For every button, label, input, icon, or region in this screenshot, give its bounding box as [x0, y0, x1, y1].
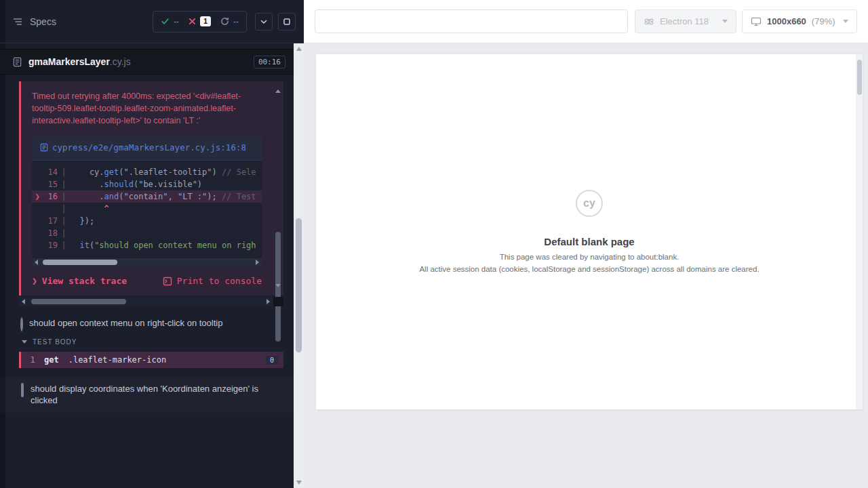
runner-header: Electron 118 1000x660 (79%): [304, 0, 868, 43]
test-stats: -- 1 --: [153, 11, 247, 33]
runner-panel: Electron 118 1000x660 (79%) cy Default b…: [304, 0, 868, 488]
spec-name: gmaMarkersLayer: [28, 56, 110, 67]
code-line-highlighted: ❯16| .and("contain", "LT :"); // Test: [32, 190, 262, 203]
test-item-running[interactable]: should open context menu on right-click …: [0, 313, 294, 335]
test-body-label: TEST BODY: [33, 338, 77, 346]
chevron-down-icon: [260, 18, 268, 26]
scroll-down-arrow-icon: [296, 481, 302, 485]
test-body-section-header[interactable]: TEST BODY: [0, 335, 294, 349]
code-line: 17| });: [32, 215, 262, 227]
scroll-left-arrow-icon: [22, 299, 25, 304]
reporter-sidebar: Specs -- 1: [0, 0, 304, 488]
scrollbar-thumb[interactable]: [31, 299, 126, 304]
url-input[interactable]: [315, 9, 628, 33]
restart-icon: [220, 17, 229, 26]
code-line: 14| cy.get(".leaflet-tooltip") // Sele: [32, 166, 262, 178]
console-icon: [163, 277, 172, 286]
electron-icon: [644, 16, 654, 27]
blank-page-line1: This page was cleared by navigating to a…: [500, 252, 679, 262]
command-args: .leaflet-marker-icon: [68, 355, 266, 365]
attempt-vertical-scrollbar[interactable]: [274, 88, 282, 289]
collapse-reporter-button[interactable]: [255, 13, 273, 30]
test-title: should display coordinates when 'Koordin…: [31, 383, 269, 406]
command-log-row[interactable]: 1 get .leaflet-marker-icon 0: [19, 352, 283, 368]
viewport-select[interactable]: 1000x660 (79%): [742, 9, 857, 33]
specs-title: Specs: [30, 16, 56, 27]
spec-header[interactable]: gmaMarkersLayer.cy.js 00:16: [0, 49, 294, 75]
reporter-vertical-scrollbar[interactable]: [294, 43, 304, 488]
view-stack-trace-link[interactable]: ❯ View stack trace: [32, 276, 127, 286]
spec-file-icon: [12, 57, 22, 67]
scroll-up-arrow-icon: [296, 47, 302, 51]
test-title: should open context menu on right-click …: [29, 317, 222, 329]
stop-run-button[interactable]: [278, 13, 296, 30]
scroll-right-arrow-icon: [267, 299, 270, 304]
aut-iframe: cy Default blank page This page was clea…: [316, 54, 863, 409]
chevron-down-icon: [722, 20, 728, 23]
code-line: 18|: [32, 227, 262, 239]
failed-attempt-block: Timed out retrying after 4000ms: expecte…: [19, 81, 283, 296]
cypress-runner-app: Specs -- 1: [0, 0, 868, 488]
error-message: Timed out retrying after 4000ms: expecte…: [32, 90, 271, 127]
scrollbar-thumb[interactable]: [43, 260, 117, 265]
test-running-icon: [20, 319, 23, 331]
browser-select[interactable]: Electron 118: [635, 9, 736, 33]
scrollbar-thumb[interactable]: [857, 60, 862, 95]
reporter-log: gmaMarkersLayer.cy.js 00:16 Timed out re…: [0, 43, 294, 488]
error-code-frame: cypress/e2e/gmaMarkersLayer.cy.js:16:8 1…: [32, 135, 262, 266]
spec-extension: .cy.js: [110, 56, 131, 67]
scrollbar-thumb[interactable]: [296, 218, 302, 352]
scroll-right-arrow-icon: [256, 260, 259, 265]
scroll-up-arrow-icon: [275, 89, 281, 93]
command-number: 1: [21, 355, 44, 365]
viewport-icon: [751, 17, 762, 26]
browser-label: Electron 118: [660, 16, 717, 26]
viewport-scale: (79%): [812, 16, 837, 26]
code-snippet: 14| cy.get(".leaflet-tooltip") // Sele 1…: [32, 161, 262, 258]
stat-failed[interactable]: 1: [189, 16, 211, 26]
code-line: 19| it("should open context menu on righ: [32, 239, 262, 251]
blank-page-line2: All active session data (cookies, localS…: [419, 264, 759, 274]
code-caret-line: | ^: [32, 203, 262, 215]
chevron-right-icon: ❯: [32, 276, 37, 286]
viewport-size: 1000x660: [767, 16, 806, 26]
code-horizontal-scrollbar[interactable]: [32, 258, 262, 266]
aut-vertical-scrollbar[interactable]: [856, 54, 863, 409]
spec-duration-badge: 00:16: [254, 56, 285, 68]
test-item-pending[interactable]: should display coordinates when 'Koordin…: [0, 378, 294, 413]
test-pending-icon: [20, 384, 24, 396]
x-icon: [189, 18, 196, 25]
aut-container: cy Default blank page This page was clea…: [304, 43, 868, 488]
passed-count: --: [174, 17, 179, 26]
scroll-left-arrow-icon: [35, 260, 38, 265]
scrollbar-corner: [273, 297, 283, 306]
chevron-down-icon: [843, 20, 848, 23]
stat-pending[interactable]: --: [220, 17, 239, 26]
cypress-logo: cy: [576, 190, 603, 217]
stop-icon: [282, 17, 292, 26]
blank-page-message: cy Default blank page This page was clea…: [316, 54, 863, 409]
check-icon: [161, 17, 170, 26]
reporter-header: Specs -- 1: [0, 0, 304, 43]
stat-passed[interactable]: --: [161, 17, 179, 26]
code-frame-file-link[interactable]: cypress/e2e/gmaMarkersLayer.cy.js:16:8: [40, 142, 246, 152]
pending-count: --: [233, 17, 239, 26]
attempt-horizontal-scrollbar[interactable]: [19, 297, 283, 306]
command-method: get: [44, 355, 59, 365]
command-count-badge: 0: [266, 356, 278, 365]
specs-list-icon[interactable]: [12, 16, 23, 27]
blank-page-title: Default blank page: [544, 236, 634, 247]
scroll-down-arrow-icon: [275, 284, 281, 287]
chevron-down-icon: [22, 340, 27, 344]
print-to-console-button[interactable]: Print to console: [163, 276, 262, 286]
failed-count: 1: [200, 16, 211, 26]
code-line: 15| .should("be.visible"): [32, 178, 262, 190]
